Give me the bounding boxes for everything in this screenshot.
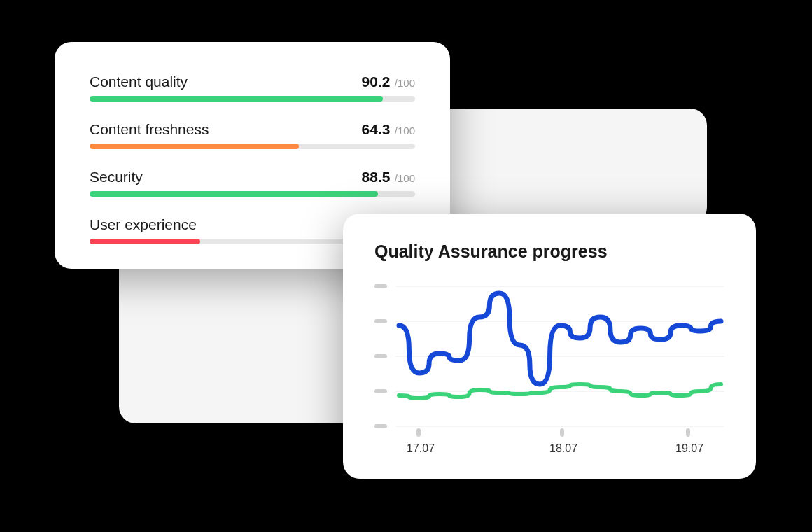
y-tick-icon bbox=[374, 389, 387, 393]
y-tick-icon bbox=[374, 354, 387, 358]
chart-x-label: 17.07 bbox=[407, 442, 435, 454]
metric-max: /100 bbox=[395, 125, 415, 136]
x-tick-icon bbox=[686, 428, 690, 437]
metric-label: Content freshness bbox=[90, 121, 209, 138]
x-tick-icon bbox=[560, 428, 564, 437]
chart-x-label: 19.07 bbox=[676, 442, 704, 454]
metric-max: /100 bbox=[395, 77, 415, 89]
y-tick-icon bbox=[374, 319, 387, 323]
chart-card: Quality Assurance progress 17.07 18.07 1… bbox=[343, 214, 756, 479]
metric-value: 90.2 bbox=[361, 74, 390, 90]
metric-label: Content quality bbox=[90, 74, 188, 90]
metric-value-wrap: 88.5 /100 bbox=[361, 169, 415, 186]
metric-value-wrap: 90.2 /100 bbox=[361, 74, 415, 90]
y-tick-icon bbox=[374, 284, 387, 288]
qa-progress-chart: 17.07 18.07 19.07 bbox=[374, 276, 724, 458]
metric-bar bbox=[90, 144, 415, 149]
background-card-right bbox=[434, 108, 707, 224]
chart-series-a bbox=[399, 293, 721, 384]
metric-value: 88.5 bbox=[361, 169, 390, 185]
metric-value-wrap: 64.3 /100 bbox=[361, 121, 415, 138]
metric-value: 64.3 bbox=[361, 121, 390, 137]
metric-bar bbox=[90, 96, 415, 102]
metric-bar-fill bbox=[90, 239, 200, 244]
metric-label: User experience bbox=[90, 216, 197, 233]
chart-area: 17.07 18.07 19.07 bbox=[374, 276, 724, 458]
metric-max: /100 bbox=[395, 172, 415, 184]
metric-security: Security 88.5 /100 bbox=[90, 169, 415, 197]
x-tick-icon bbox=[416, 428, 421, 437]
metric-content-freshness: Content freshness 64.3 /100 bbox=[90, 121, 415, 149]
metric-bar-fill bbox=[90, 96, 383, 102]
chart-x-label: 18.07 bbox=[550, 442, 578, 454]
metric-label: Security bbox=[90, 169, 143, 186]
metric-bar-fill bbox=[90, 191, 378, 197]
metric-content-quality: Content quality 90.2 /100 bbox=[90, 74, 415, 102]
y-tick-icon bbox=[374, 424, 387, 428]
chart-title: Quality Assurance progress bbox=[374, 241, 724, 262]
metric-bar-fill bbox=[90, 144, 299, 149]
metric-bar bbox=[90, 191, 415, 197]
